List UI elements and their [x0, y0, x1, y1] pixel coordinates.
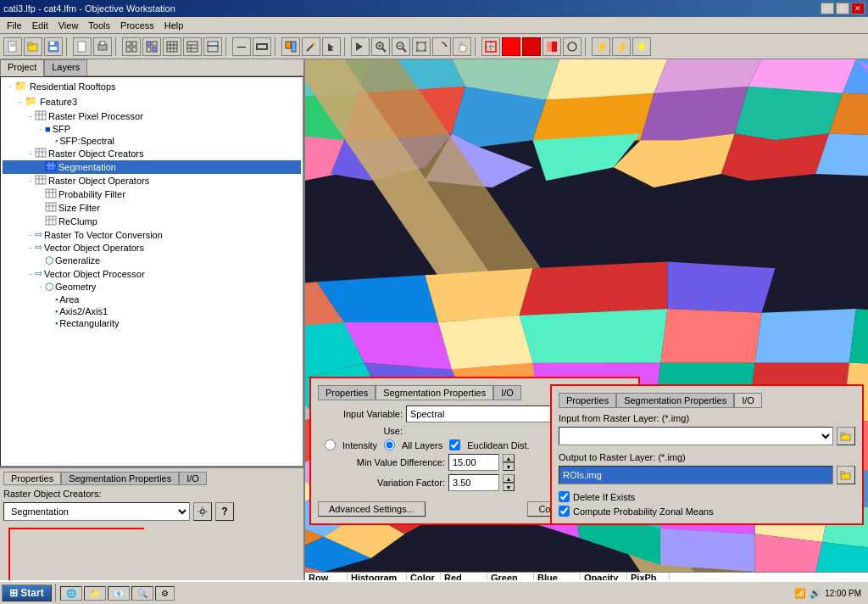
toggle-feature3[interactable]: -: [16, 98, 25, 106]
start-button[interactable]: ⊞ Start: [2, 584, 52, 601]
toolbar-grid1[interactable]: [122, 37, 141, 56]
tree-item-residential[interactable]: - 📁 Residential Rooftops: [3, 79, 301, 94]
io-output-input[interactable]: [559, 466, 833, 484]
toggle-sfpspectral[interactable]: [47, 137, 55, 145]
io-tab-segprops[interactable]: Segmentation Properties: [616, 393, 734, 408]
map-container[interactable]: Properties Segmentation Properties I/O I…: [305, 59, 868, 572]
tree-item-vop[interactable]: - ⇨ Vector Object Processor: [3, 267, 301, 280]
io-tab-io[interactable]: I/O: [734, 393, 762, 408]
tree-item-sfpspectral[interactable]: ▪ SFP:Spectral: [3, 135, 301, 147]
toolbar-pick[interactable]: [322, 37, 341, 56]
toolbar-paint[interactable]: [281, 37, 300, 56]
toggle-geometry[interactable]: -: [36, 282, 45, 291]
toolbar-zoom-in[interactable]: [371, 37, 390, 56]
toolbar-flash2[interactable]: ⚡: [612, 37, 631, 56]
toolbar-color-red[interactable]: [502, 37, 520, 56]
tab-properties[interactable]: Properties: [3, 472, 61, 485]
checkbox-compute-zonal[interactable]: [559, 506, 570, 517]
io-input-dropdown[interactable]: [559, 427, 833, 445]
tree-item-feature3[interactable]: - 📁 Feature3: [3, 94, 301, 109]
toolbar-zoom-fit[interactable]: [412, 37, 431, 56]
menu-help[interactable]: Help: [159, 19, 189, 32]
var-factor-down[interactable]: ▼: [503, 483, 515, 491]
min-val-input[interactable]: [448, 454, 499, 471]
toggle-residential[interactable]: -: [6, 82, 14, 91]
toolbar-save[interactable]: [44, 37, 63, 56]
toolbar-arrow[interactable]: [351, 37, 370, 56]
menu-view[interactable]: View: [53, 19, 84, 32]
taskbar-btn4[interactable]: 🔍: [131, 586, 153, 601]
io-input-browse[interactable]: [837, 427, 855, 445]
toolbar-btn4[interactable]: [73, 37, 92, 56]
radio-alllayers[interactable]: [384, 439, 395, 450]
toggle-roo[interactable]: -: [26, 176, 35, 185]
toolbar-new[interactable]: [3, 37, 22, 56]
toolbar-hand[interactable]: [453, 37, 471, 56]
tree-item-roo[interactable]: - Raster Object Operators: [3, 174, 301, 187]
checkbox-euclidist[interactable]: [449, 439, 460, 450]
tree-item-sizefilter[interactable]: Size Filter: [3, 201, 301, 215]
seg-tab-segprops[interactable]: Segmentation Properties: [376, 385, 493, 400]
toggle-rtvc[interactable]: -: [26, 231, 35, 239]
toolbar-color-mixed[interactable]: [542, 37, 561, 56]
tree-item-sfp[interactable]: - ■ SFP: [3, 123, 301, 135]
checkbox-delete-exists[interactable]: [559, 491, 570, 502]
toolbar-grid4[interactable]: [253, 37, 271, 56]
toggle-rectangularity[interactable]: [47, 319, 55, 327]
toolbar-pencil[interactable]: [302, 37, 320, 56]
tree-item-reclump[interactable]: ReClump: [3, 215, 301, 228]
toggle-axis2axis1[interactable]: [47, 307, 55, 316]
tree-item-geometry[interactable]: - ⬡ Geometry: [3, 280, 301, 294]
taskbar-btn3[interactable]: 📧: [108, 586, 130, 601]
gear-button[interactable]: [193, 502, 212, 521]
toggle-voo[interactable]: -: [26, 243, 35, 252]
toolbar-circle[interactable]: [563, 37, 581, 56]
toggle-rpp[interactable]: -: [26, 112, 35, 120]
toolbar-asterisk[interactable]: ✳: [632, 37, 651, 56]
tree-item-generalize[interactable]: ⬡ Generalize: [3, 254, 301, 267]
tab-project[interactable]: Project: [0, 59, 44, 76]
minimize-button[interactable]: ─: [821, 3, 834, 14]
tree-item-rectangularity[interactable]: ▪ Rectangularity: [3, 317, 301, 329]
toolbar-btn5[interactable]: [93, 37, 112, 56]
toolbar-minus[interactable]: ─: [232, 37, 251, 56]
menu-tools[interactable]: Tools: [83, 19, 115, 32]
roc-dropdown[interactable]: Segmentation: [3, 502, 190, 521]
toolbar-open[interactable]: [24, 37, 42, 56]
toolbar-zoom-extent[interactable]: [481, 37, 500, 56]
maximize-button[interactable]: □: [836, 3, 849, 14]
toggle-vop[interactable]: -: [26, 270, 35, 278]
tree-item-roc[interactable]: - Raster Object Creators: [3, 147, 301, 160]
io-tab-properties[interactable]: Properties: [559, 393, 616, 408]
taskbar-btn2[interactable]: 📁: [84, 586, 106, 601]
tree-item-area[interactable]: ▪ Area: [3, 294, 301, 305]
tree-item-segmentation[interactable]: Segmentation: [3, 160, 301, 174]
tree-item-voo[interactable]: - ⇨ Vector Object Operators: [3, 241, 301, 254]
tree-item-axis2axis1[interactable]: ▪ Axis2/Axis1: [3, 305, 301, 317]
toggle-probfilter[interactable]: [36, 190, 45, 199]
toggle-sfp[interactable]: -: [36, 125, 45, 133]
toolbar-grid3[interactable]: [163, 37, 181, 56]
toolbar-grid2[interactable]: [142, 37, 161, 56]
toolbar-flash[interactable]: ⚡: [592, 37, 610, 56]
toolbar-table[interactable]: [183, 37, 202, 56]
toggle-segmentation[interactable]: [36, 163, 45, 171]
toolbar-zoom-out[interactable]: [392, 37, 410, 56]
toggle-sizefilter[interactable]: [36, 204, 45, 212]
var-factor-up[interactable]: ▲: [503, 474, 515, 483]
toggle-reclump[interactable]: [36, 217, 45, 226]
taskbar-btn5[interactable]: ⚙: [155, 586, 175, 601]
menu-process[interactable]: Process: [115, 19, 159, 32]
tree-item-rpp[interactable]: - Raster Pixel Processor: [3, 109, 301, 123]
tab-seg-props[interactable]: Segmentation Properties: [61, 472, 179, 485]
toolbar-table2[interactable]: [203, 37, 222, 56]
min-val-up[interactable]: ▲: [503, 454, 515, 462]
toggle-generalize[interactable]: [36, 256, 45, 265]
toolbar-rotate[interactable]: [432, 37, 451, 56]
seg-tab-io[interactable]: I/O: [493, 385, 521, 400]
advanced-settings-btn[interactable]: Advanced Settings...: [318, 501, 426, 517]
tree-item-probfilter[interactable]: Probability Filter: [3, 187, 301, 201]
help-button[interactable]: ?: [215, 502, 234, 521]
seg-tab-properties[interactable]: Properties: [318, 385, 376, 400]
tab-layers[interactable]: Layers: [44, 59, 87, 76]
